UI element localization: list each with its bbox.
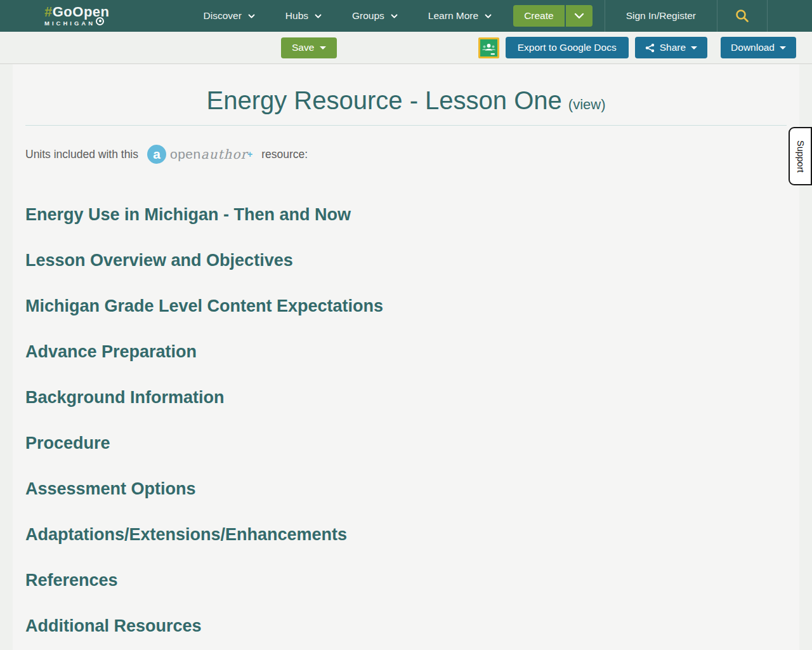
caret-down-icon (691, 46, 697, 50)
nav-menu-item[interactable]: Hubs (285, 10, 322, 22)
search-icon (735, 8, 750, 23)
logo-state: MICHIGAN (44, 20, 95, 27)
support-tab-label: Support (796, 140, 806, 173)
unit-link[interactable]: Michigan Grade Level Content Expectation… (25, 296, 383, 316)
unit-link[interactable]: Energy Use in Michigan - Then and Now (25, 204, 351, 225)
chevron-down-icon (315, 14, 322, 18)
chevron-down-icon (391, 14, 398, 18)
nav-menu-item[interactable]: Discover (204, 10, 255, 22)
download-button[interactable]: Download (721, 37, 796, 58)
save-button-label: Save (292, 42, 314, 53)
logo-target-icon (96, 17, 104, 25)
export-google-docs-label: Export to Google Docs (518, 42, 617, 53)
units-prefix-text: Units included with this (25, 148, 138, 161)
nav-menu-item[interactable]: Learn More (428, 10, 492, 22)
title-divider (25, 125, 787, 126)
nav-menu-item-label: Learn More (428, 10, 478, 22)
main-menu: Discover Hubs Groups Learn More (204, 0, 492, 32)
goopen-michigan-logo[interactable]: #GoOpen MICHIGAN (44, 0, 110, 32)
create-button[interactable]: Create (513, 5, 565, 27)
export-google-docs-button[interactable]: Export to Google Docs (506, 37, 629, 58)
share-button-label: Share (660, 42, 686, 53)
nav-menu-item-label: Hubs (285, 10, 308, 22)
sign-in-register-link[interactable]: Sign In/Register (605, 0, 717, 32)
navbar-right: Sign In/Register (605, 0, 812, 32)
resource-action-toolbar: Save Export to Google Docs Share Do (0, 32, 812, 64)
unit-link[interactable]: Advance Preparation (25, 342, 197, 362)
navbar-spacer (768, 0, 812, 32)
share-button[interactable]: Share (635, 37, 707, 58)
create-split-button: Create (513, 5, 593, 27)
nav-menu-item[interactable]: Groups (352, 10, 398, 22)
nav-menu-item-label: Groups (352, 10, 384, 22)
unit-link[interactable]: Adaptations/Extensions/Enhancements (25, 524, 347, 545)
caret-down-icon (320, 46, 326, 50)
save-button[interactable]: Save (281, 37, 337, 58)
openauthor-logo[interactable]: a open author + (147, 145, 252, 164)
search-button[interactable] (717, 0, 767, 32)
share-icon (645, 43, 655, 53)
units-suffix-text: resource: (261, 148, 308, 161)
unit-link[interactable]: Background Information (25, 387, 225, 408)
google-classroom-button[interactable] (478, 37, 499, 58)
chevron-down-icon (574, 13, 584, 19)
openauthor-open-text: open (170, 147, 201, 162)
unit-link[interactable]: Lesson Overview and Objectives (25, 250, 293, 270)
create-dropdown-button[interactable] (566, 5, 593, 27)
openauthor-plus: + (247, 149, 252, 159)
chevron-down-icon (485, 14, 492, 18)
logo-state-line: MICHIGAN (44, 20, 110, 27)
unit-link[interactable]: Procedure (25, 433, 110, 453)
chevron-down-icon (248, 14, 255, 18)
unit-link[interactable]: References (25, 570, 118, 590)
view-link[interactable]: (view) (568, 96, 606, 112)
toolbar-right-group: Export to Google Docs Share Download (478, 37, 796, 58)
resource-content-panel: Energy Resource - Lesson One(view) Units… (13, 64, 799, 650)
page-title: Energy Resource - Lesson One(view) (13, 64, 799, 115)
unit-link[interactable]: Assessment Options (25, 479, 196, 499)
units-included-line: Units included with this a open author +… (25, 145, 799, 164)
nav-menu-item-label: Discover (204, 10, 242, 22)
top-navbar: #GoOpen MICHIGAN Discover Hubs Groups Le… (0, 0, 812, 32)
logo-hash: # (44, 4, 53, 20)
openauthor-author-text: author (201, 147, 247, 162)
resource-title: Energy Resource - Lesson One (207, 86, 562, 114)
openauthor-mark-icon: a (147, 145, 166, 164)
google-classroom-icon (480, 39, 497, 56)
units-list: Energy Use in Michigan - Then and Now Le… (13, 204, 799, 636)
support-tab[interactable]: Support (789, 127, 812, 185)
unit-link[interactable]: Additional Resources (25, 616, 202, 636)
sign-in-register-label: Sign In/Register (626, 10, 696, 22)
caret-down-icon (780, 46, 786, 50)
download-button-label: Download (731, 42, 775, 53)
